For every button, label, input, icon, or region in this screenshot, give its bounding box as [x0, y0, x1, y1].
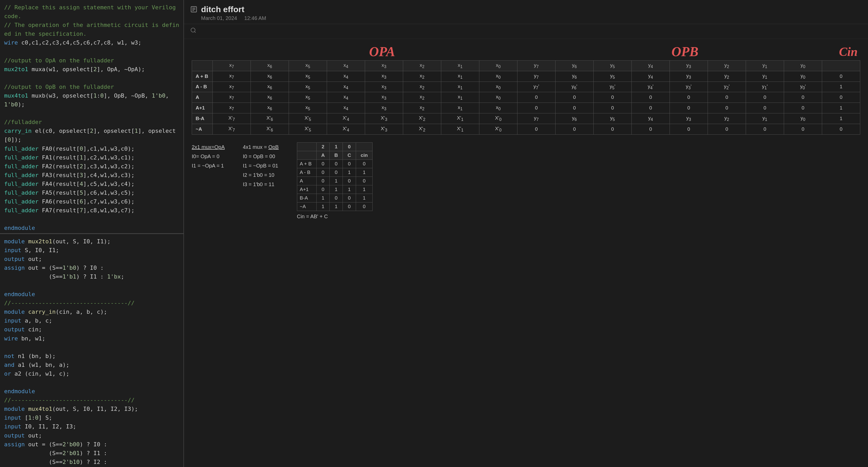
- row-label-amb: A - B: [192, 81, 213, 92]
- small-col-cin: cin: [356, 151, 372, 160]
- col-header-x2: x2: [403, 61, 441, 71]
- col-header-y3: y3: [670, 61, 708, 71]
- col-header-x1: x1: [441, 61, 479, 71]
- table-row: A+1 x7 x6 x5 x4 x3 x2 x1 x0 0 0 0 0 0 0 …: [192, 103, 860, 113]
- code-section-bottom[interactable]: module mux2to1(out, S, I0, I1); input S,…: [0, 234, 183, 467]
- col-header-cin: [822, 61, 860, 71]
- opa-label: OPA: [369, 44, 395, 59]
- table-row: B-A X'7 X'6 X'5 X'4 X'3 X'2 X'1 X'0 y7 y…: [192, 113, 860, 124]
- note-meta: March 01, 2024 12:46 AM: [201, 15, 862, 21]
- mux2-i0: I0= OpA = 0: [192, 152, 225, 161]
- small-row-a: A: [297, 176, 316, 185]
- code-section-top[interactable]: // Replace this assign statement with yo…: [0, 0, 183, 233]
- small-table-row: A 0 1 0 0: [297, 176, 373, 185]
- row-label-nota: ~A: [192, 124, 213, 134]
- right-header: ditch effort March 01, 2024 12:46 AM: [184, 0, 868, 24]
- notes-icon: [190, 6, 197, 15]
- small-table-row: A + B 0 0 0 0: [297, 160, 373, 168]
- col-header-y5: y5: [594, 61, 632, 71]
- small-col-empty: [297, 142, 316, 151]
- code-panel: // Replace this assign statement with yo…: [0, 0, 184, 467]
- small-col-1: 1: [330, 142, 343, 151]
- row-label-a: A: [192, 92, 213, 103]
- col-header-x7: x7: [213, 61, 251, 71]
- note-date: March 01, 2024: [201, 15, 237, 21]
- small-row-amb: A - B: [297, 168, 316, 176]
- mux2-i1: I1 = ~OpA = 1: [192, 161, 225, 170]
- small-table-block: 2 1 0 A B C cin: [297, 142, 373, 220]
- code-bottom: module mux2to1(out, S, I0, I1); input S,…: [4, 237, 179, 467]
- right-panel: ditch effort March 01, 2024 12:46 AM OPA…: [184, 0, 868, 467]
- right-header-content: ditch effort March 01, 2024 12:46 AM: [201, 5, 862, 21]
- bottom-section: 2x1 mux=OpA I0= OpA = 0 I1 = ~OpA = 1 4x…: [192, 140, 860, 222]
- small-col-b: B: [330, 151, 343, 160]
- small-col-2: 2: [316, 142, 330, 151]
- right-toolbar: [184, 24, 868, 39]
- col-header-y0: y0: [784, 61, 822, 71]
- note-time: 12:46 AM: [244, 15, 266, 21]
- col-header-y7: y7: [518, 61, 556, 71]
- row-label-ap1: A+1: [192, 103, 213, 113]
- small-table-row: ~A 1 1 0 0: [297, 202, 373, 211]
- svg-point-4: [191, 28, 195, 32]
- small-table-row: B-A 1 0 0 1: [297, 194, 373, 202]
- small-table-row: A - B 0 0 1 1: [297, 168, 373, 176]
- note-title: ditch effort: [201, 5, 862, 14]
- small-row-apb: A + B: [297, 160, 316, 168]
- opb-label: OPB: [671, 44, 698, 59]
- row-label-bma: B-A: [192, 113, 213, 124]
- cin-formula: Cin = AB' + C: [297, 213, 373, 220]
- mux2-title: 2x1 mux=OpA: [192, 142, 225, 152]
- col-header-y1: y1: [746, 61, 784, 71]
- col-header-x4: x4: [327, 61, 365, 71]
- col-header-x6: x6: [251, 61, 289, 71]
- small-truth-table: 2 1 0 A B C cin: [297, 142, 373, 211]
- col-header-x3: x3: [365, 61, 403, 71]
- small-col-c: C: [343, 151, 356, 160]
- col-header-y4: y4: [632, 61, 670, 71]
- small-col-0: 0: [343, 142, 356, 151]
- row-label-apb: A + B: [192, 71, 213, 81]
- small-table-row: A+1 0 1 1 1: [297, 185, 373, 194]
- truth-table: x7 x6 x5 x4 x3 x2 x1 x0 y7 y6 y5 y4 y3 y…: [192, 60, 860, 135]
- svg-line-5: [194, 32, 196, 33]
- mux4-i0: I0 = OpB = 00: [243, 152, 279, 161]
- col-header-y2: y2: [708, 61, 746, 71]
- col-header-x0: x0: [479, 61, 518, 71]
- small-row-ap1: A+1: [297, 185, 316, 194]
- table-row: A - B x7 x6 x5 x4 x3 x2 x1 x0 y7' y6' y5…: [192, 81, 860, 92]
- col-header-label: [192, 61, 213, 71]
- mux4-title: 4x1 mux = OpB: [243, 142, 279, 152]
- mux4-i1: I1 = ~OpB = 01: [243, 161, 279, 170]
- table-row: A x7 x6 x5 x4 x3 x2 x1 x0 0 0 0 0 0 0 0: [192, 92, 860, 103]
- code-top: // Replace this assign statement with yo…: [4, 3, 179, 233]
- col-header-x5: x5: [289, 61, 327, 71]
- small-col-blank: [356, 142, 372, 151]
- table-row: ~A X'7 X'6 X'5 X'4 X'3 X'2 X'1 X'0 0 0 0…: [192, 124, 860, 134]
- search-icon[interactable]: [190, 27, 196, 35]
- small-row-bma: B-A: [297, 194, 316, 202]
- mux2-info: 2x1 mux=OpA I0= OpA = 0 I1 = ~OpA = 1: [192, 142, 225, 220]
- small-row-nota: ~A: [297, 202, 316, 211]
- mux4-i2: I2 = 1'b0 = 10: [243, 170, 279, 180]
- mux4-info: 4x1 mux = OpB I0 = OpB = 00 I1 = ~OpB = …: [243, 142, 279, 220]
- small-col-a: A: [316, 151, 330, 160]
- small-col-op: [297, 151, 316, 160]
- right-content[interactable]: OPA OPB Cin x7 x6 x5 x4 x3 x2 x1: [184, 39, 868, 467]
- cin-label: Cin: [839, 45, 858, 59]
- mux4-i3: I3 = 1'b0 = 11: [243, 180, 279, 189]
- table-row: A + B x7 x6 x5 x4 x3 x2 x1 x0 y7 y6 y5 y…: [192, 71, 860, 81]
- col-header-y6: y6: [556, 61, 594, 71]
